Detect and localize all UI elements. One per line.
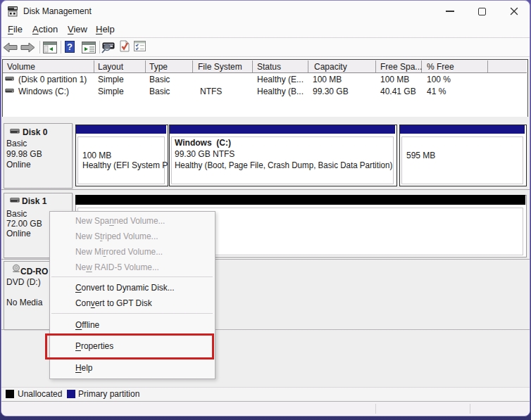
svg-text:?: ? xyxy=(67,42,73,52)
